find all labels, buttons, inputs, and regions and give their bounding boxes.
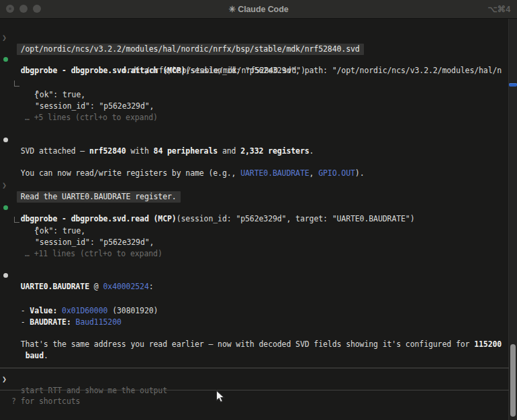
input-separator-bottom bbox=[0, 390, 509, 390]
text-seg: You can now read/write registers by name… bbox=[21, 168, 241, 178]
user-message-text: Read the UARTE0.BAUDRATE register. bbox=[17, 191, 181, 203]
register-name: UARTE0.BAUDRATE bbox=[21, 282, 89, 291]
prompt-chevron-icon: ❯ bbox=[2, 180, 7, 191]
window-title: ✳ Claude Code bbox=[228, 4, 288, 14]
user-message-path: ❯/opt/nordic/ncs/v3.2.2/modules/hal/nord… bbox=[0, 32, 509, 44]
closing-remark-line1: That's the same address you read earlier… bbox=[0, 327, 509, 339]
text-seg: @ bbox=[89, 282, 103, 291]
input-draft-text[interactable]: start RTT and show me the output bbox=[21, 386, 167, 395]
minimize-button[interactable] bbox=[19, 5, 28, 13]
text-seg: ). bbox=[355, 168, 365, 178]
text-seg: . bbox=[44, 351, 48, 360]
device-name: nrf52840 bbox=[89, 146, 126, 156]
register-address: 0x40002524 bbox=[103, 282, 149, 291]
text-seg: . bbox=[310, 146, 314, 156]
close-button[interactable] bbox=[6, 5, 14, 13]
tool-success-icon bbox=[3, 205, 8, 210]
text-seg: : bbox=[149, 282, 154, 291]
register-ref-gpio: GPIO.OUT bbox=[318, 168, 355, 178]
scrollbar-mark-indicator bbox=[509, 83, 517, 87]
input-prompt-icon: ❯ bbox=[2, 374, 7, 385]
input-separator-top bbox=[0, 368, 509, 368]
window-shortcut-hint: ⌥⌘4 bbox=[487, 4, 510, 14]
tool-success-icon bbox=[3, 57, 8, 62]
list-dash: - bbox=[21, 317, 30, 327]
baudrate-label: BAUDRATE: bbox=[30, 317, 70, 327]
closing-remark-line2: baud. bbox=[0, 339, 509, 350]
register-ref-uarte: UARTE0.BAUDRATE bbox=[240, 168, 309, 178]
result-elbow-icon bbox=[14, 81, 19, 87]
result-expand-hint[interactable]: … +5 lines (ctrl+o to expand) bbox=[0, 112, 509, 123]
user-message-read-register: ❯Read the UARTE0.BAUDRATE register. bbox=[0, 180, 509, 191]
traffic-lights bbox=[6, 5, 41, 13]
assistant-message-svd-attached: SVD attached — nrf52840 with 84 peripher… bbox=[0, 134, 509, 146]
tool-call-svd-read: dbgprobe - dbgprobe.svd.read (MCP)(sessi… bbox=[0, 202, 509, 213]
tool-args-line2: ordic/nrfx/bsp/stable/mdk/nrf52840.svd") bbox=[0, 65, 509, 76]
baudrate-row: - BAUDRATE: Baud115200 bbox=[0, 305, 509, 317]
assistant-message-register-value: UARTE0.BAUDRATE @ 0x40002524: bbox=[0, 270, 509, 281]
result-elbow-icon bbox=[14, 217, 19, 223]
register-count: 2,332 registers bbox=[240, 146, 309, 156]
prompt-input[interactable]: ❯start RTT and show me the output bbox=[0, 374, 509, 385]
result-line-session: "session_id": "p562e329d", bbox=[0, 237, 509, 248]
text-seg: , bbox=[310, 168, 319, 178]
shortcuts-hint: ? for shortcuts bbox=[0, 396, 509, 407]
scrollbar-thumb[interactable] bbox=[510, 344, 516, 417]
zoom-button[interactable] bbox=[33, 5, 41, 13]
result-line-ok: "ok": true, bbox=[0, 89, 509, 101]
peripheral-count: 84 peripherals bbox=[154, 146, 218, 156]
text-seg: SVD attached — bbox=[21, 146, 89, 156]
assistant-message-hint: You can now read/write registers by name… bbox=[0, 156, 509, 168]
baudrate-value: Baud115200 bbox=[76, 317, 122, 327]
result-line-ok: "ok": true, bbox=[0, 225, 509, 237]
tool-result-open: { bbox=[0, 78, 509, 89]
value-row: - Value: 0x01D60000 (30801920) bbox=[0, 294, 509, 305]
assistant-bullet-icon bbox=[3, 138, 8, 142]
text-seg: and bbox=[218, 146, 240, 156]
titlebar[interactable]: ✳ Claude Code ⌥⌘4 bbox=[0, 0, 517, 19]
text-seg: with bbox=[126, 146, 154, 156]
prompt-chevron-icon: ❯ bbox=[2, 32, 7, 44]
tool-result-open: { bbox=[0, 214, 509, 225]
result-line-session: "session_id": "p562e329d", bbox=[0, 101, 509, 112]
assistant-bullet-icon bbox=[3, 273, 8, 278]
tool-call-svd-attach: dbgprobe - dbgprobe.svd.attach (MCP)(ses… bbox=[0, 54, 509, 65]
result-expand-hint[interactable]: … +11 lines (ctrl+o to expand) bbox=[0, 248, 509, 260]
claude-code-terminal-window: { "titlebar": { "title": "✳ Claude Code"… bbox=[0, 0, 517, 420]
baud-bold: baud bbox=[26, 351, 44, 360]
